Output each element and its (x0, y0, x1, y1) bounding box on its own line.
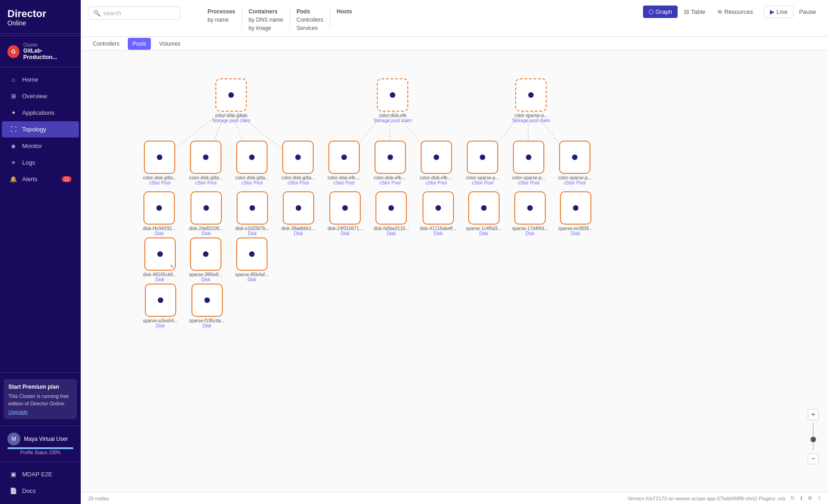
sidebar-item-docs-label: Docs (22, 487, 36, 494)
zoom-out-button[interactable]: − (808, 453, 819, 464)
tab-table[interactable]: ⊟ Table (679, 6, 711, 18)
pool-tab-controllers[interactable]: Controllers (88, 38, 124, 50)
pool-tab-pools[interactable]: Pools (128, 38, 151, 50)
upgrade-link[interactable]: Upgrade (8, 409, 72, 415)
node-cp7[interactable]: cstor-disk-efk-... cStor Pool (420, 141, 453, 185)
node-cp2[interactable]: cstor-disk-gitla... cStor Pool (189, 141, 223, 185)
refresh-icon[interactable]: ↻ (791, 495, 795, 501)
sidebar-item-overview[interactable]: ⊞ Overview (2, 88, 79, 104)
node-cp6-box (375, 141, 406, 174)
premium-title[interactable]: Start Premium plan (8, 384, 72, 390)
node-d15[interactable]: sparse-f195cda... Disk (189, 284, 225, 328)
pause-button[interactable]: Pause (794, 6, 821, 18)
node-dot (388, 205, 394, 211)
node-d10[interactable]: sparse-ee3836... Disk (558, 191, 593, 236)
node-d4[interactable]: disk-38adbbb1... Disk (281, 191, 316, 236)
tab-graph[interactable]: ⬡ Graph (643, 6, 678, 18)
node-d11-label: disk-48165cb6... (143, 272, 177, 277)
node-d5[interactable]: disk-24f310671... Disk (328, 191, 363, 236)
node-cp10-type: cStor Pool (564, 180, 585, 185)
node-dot (390, 92, 395, 98)
bell-icon: 🔔 (9, 176, 18, 183)
zoom-slider[interactable] (813, 423, 814, 451)
nav-section-hosts: Hosts (332, 4, 357, 32)
node-d11[interactable]: ✎ disk-48165cb6... Disk (143, 237, 177, 282)
hosts-label[interactable]: Hosts (332, 4, 357, 16)
pool-tab-volumes[interactable]: Volumes (155, 38, 185, 50)
node-d7[interactable]: disk-41118abeff... Disk (420, 191, 456, 236)
containers-by-image[interactable]: by image (244, 24, 288, 32)
node-dot (203, 205, 209, 211)
node-d13[interactable]: sparse-85b4af... Disk (235, 237, 268, 282)
view-tabs: ⬡ Graph ⊟ Table ≋ Resources ▶ Live Pause (643, 6, 821, 18)
node-d3[interactable]: disk-e2d3367b... Disk (235, 191, 269, 236)
tab-resources[interactable]: ≋ Resources (712, 6, 758, 18)
resources-icon: ≋ (717, 8, 722, 15)
node-cp1[interactable]: cstor-disk-gitla... cStor Pool (143, 141, 177, 185)
node-dot (387, 154, 393, 160)
cluster-name: GitLab-Production... (23, 47, 73, 60)
node-cp10[interactable]: cstor-sparse-p... cStor Pool (558, 141, 591, 185)
node-spc2[interactable]: cstor-disk-efk Storage pool claim (374, 78, 412, 123)
pods-label[interactable]: Pods (292, 4, 328, 16)
containers-by-dns[interactable]: by DNS name (244, 16, 288, 24)
node-dot (156, 205, 162, 211)
processes-label[interactable]: Processes (203, 4, 240, 16)
node-cp5[interactable]: cstor-disk-efk-... cStor Pool (328, 141, 360, 185)
sidebar-item-logs-label: Logs (22, 159, 35, 166)
node-d14[interactable]: sparse-a3ea54... Disk (143, 284, 178, 328)
node-cp4[interactable]: cstor-disk-gitla... cStor Pool (281, 141, 315, 185)
node-d8-type: Disk (479, 231, 488, 236)
node-d6[interactable]: disk-fa5ba3116... Disk (374, 191, 409, 236)
containers-label[interactable]: Containers (244, 4, 288, 16)
sidebar-item-applications[interactable]: ✦ Applications (2, 105, 79, 121)
node-d14-label: sparse-a3ea54... (143, 318, 178, 323)
info-icon[interactable]: ℹ (800, 495, 802, 501)
pods-services[interactable]: Services (292, 24, 328, 32)
node-cp3[interactable]: cstor-disk-gitla... cStor Pool (235, 141, 269, 185)
home-icon: ⌂ (9, 76, 18, 83)
node-cp7-label: cstor-disk-efk-... (420, 175, 453, 180)
sidebar-item-docs[interactable]: 📄 Docs (2, 483, 79, 499)
docs-icon: 📄 (9, 487, 18, 494)
node-cp10-label: cstor-sparse-p... (558, 175, 591, 180)
sidebar-item-topology[interactable]: ⛶ Topology (2, 121, 79, 137)
node-d9[interactable]: sparse-17d4f4d... Disk (512, 191, 548, 236)
processes-by-name[interactable]: by name (203, 16, 240, 24)
node-spc3-box (515, 78, 547, 112)
sidebar-item-mdap[interactable]: ▣ MDAP E2E (2, 466, 79, 482)
node-d2-box (191, 191, 222, 225)
sidebar-logo: Director Online (0, 0, 81, 34)
sidebar-cluster[interactable]: G Cluster GitLab-Production... (0, 38, 81, 65)
node-d2[interactable]: disk-2da83100... Disk (189, 191, 223, 236)
node-d12[interactable]: sparse-3f66e8... Disk (189, 237, 222, 282)
node-spc3[interactable]: cstor-sparse-p... Storage pool claim (512, 78, 550, 123)
search-placeholder: search (103, 10, 121, 17)
pods-controllers[interactable]: Controllers (292, 16, 328, 24)
sidebar-item-home[interactable]: ⌂ Home (2, 71, 79, 88)
node-d12-box (190, 237, 221, 271)
search-bar[interactable]: 🔍 search (88, 6, 180, 20)
node-cp9[interactable]: cstor-sparse-p... cStor Pool (512, 141, 545, 185)
sidebar-item-topology-label: Topology (22, 126, 46, 133)
settings-icon[interactable]: ⚙ (808, 495, 812, 501)
node-d8[interactable]: sparse-1c4f5d3... Disk (466, 191, 501, 236)
node-dot (434, 154, 439, 160)
node-d1[interactable]: disk-f4c94292... Disk (143, 191, 176, 236)
user-name: Maya Virtual User (24, 436, 68, 442)
sidebar-item-monitor[interactable]: ◈ Monitor (2, 138, 79, 154)
help-icon[interactable]: ? (818, 496, 821, 501)
user-avatar: M (7, 433, 20, 445)
sidebar-item-alerts[interactable]: 🔔 Alerts 11 (2, 171, 79, 187)
node-d14-type: Disk (156, 323, 165, 328)
node-spc1[interactable]: cstor-disk-gitlab Storage pool claim (212, 78, 250, 123)
node-d4-type: Disk (294, 231, 303, 236)
sidebar-item-logs[interactable]: ≡ Logs (2, 154, 79, 171)
node-cp6[interactable]: cstor-disk-efk-... cStor Pool (374, 141, 406, 185)
live-button[interactable]: ▶ Live (764, 6, 793, 18)
node-cp2-box (190, 141, 221, 174)
zoom-in-button[interactable]: + (808, 409, 819, 420)
node-dot (528, 92, 534, 98)
node-cp8[interactable]: cstor-sparse-p... cStor Pool (466, 141, 499, 185)
premium-desc: This Cluster is running free edition of … (8, 393, 72, 407)
